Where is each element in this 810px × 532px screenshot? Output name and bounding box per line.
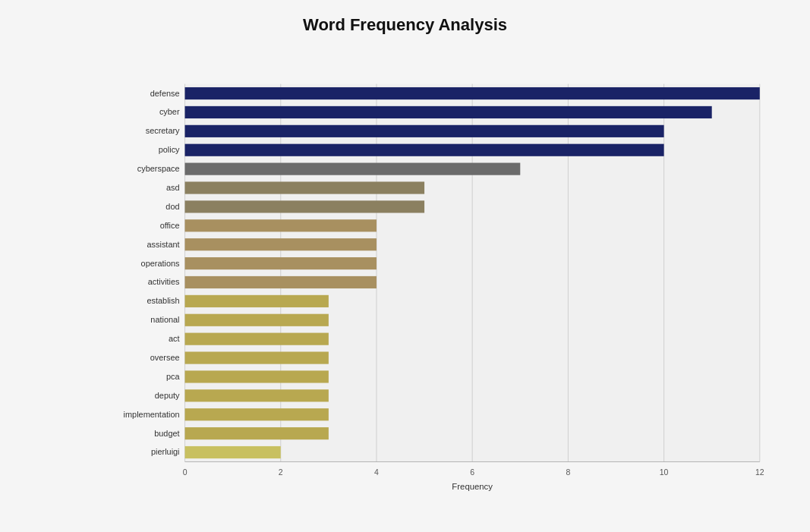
chart-container: Word Frequency Analysis 024681012Frequen…: [0, 0, 810, 532]
svg-rect-46: [185, 351, 329, 364]
svg-text:8: 8: [566, 468, 570, 477]
svg-rect-34: [185, 238, 377, 250]
svg-text:oversee: oversee: [150, 353, 180, 362]
svg-rect-48: [185, 370, 329, 382]
svg-rect-50: [185, 389, 329, 401]
svg-text:12: 12: [755, 468, 764, 477]
svg-text:establish: establish: [147, 296, 180, 305]
svg-text:6: 6: [470, 468, 474, 477]
svg-text:act: act: [169, 334, 180, 343]
svg-text:0: 0: [183, 468, 188, 477]
svg-text:implementation: implementation: [124, 410, 180, 419]
svg-text:operations: operations: [141, 259, 180, 268]
svg-text:10: 10: [660, 468, 669, 477]
svg-text:4: 4: [374, 468, 379, 477]
svg-text:national: national: [150, 315, 179, 324]
svg-rect-54: [185, 427, 329, 439]
svg-text:policy: policy: [159, 145, 180, 154]
svg-text:cyber: cyber: [159, 107, 180, 116]
svg-rect-18: [185, 87, 760, 99]
svg-text:activities: activities: [148, 277, 180, 286]
svg-text:defense: defense: [150, 89, 180, 98]
svg-rect-24: [185, 144, 664, 156]
svg-text:budget: budget: [154, 429, 179, 438]
svg-rect-52: [185, 408, 329, 420]
svg-rect-28: [185, 181, 425, 194]
svg-rect-42: [185, 314, 329, 326]
svg-text:asd: asd: [166, 183, 180, 192]
bar-chart: 024681012Frequencydefensecybersecretaryp…: [99, 47, 780, 525]
svg-text:pca: pca: [166, 372, 181, 381]
chart-title: Word Frequency Analysis: [30, 15, 780, 35]
svg-text:dod: dod: [165, 202, 179, 211]
svg-text:Frequency: Frequency: [452, 482, 493, 491]
svg-rect-22: [185, 125, 664, 137]
svg-rect-56: [185, 446, 281, 458]
svg-rect-20: [185, 106, 712, 118]
svg-rect-40: [185, 295, 329, 307]
svg-text:assistant: assistant: [147, 240, 180, 249]
svg-rect-30: [185, 200, 425, 212]
svg-text:office: office: [160, 221, 180, 230]
svg-text:deputy: deputy: [155, 391, 180, 400]
svg-rect-36: [185, 257, 377, 269]
svg-rect-44: [185, 333, 329, 345]
svg-text:2: 2: [279, 468, 283, 477]
svg-rect-38: [185, 276, 377, 288]
svg-text:secretary: secretary: [146, 126, 180, 135]
svg-text:pierluigi: pierluigi: [151, 448, 180, 457]
svg-text:cyberspace: cyberspace: [137, 164, 180, 173]
svg-rect-32: [185, 219, 377, 231]
svg-rect-26: [185, 163, 521, 175]
